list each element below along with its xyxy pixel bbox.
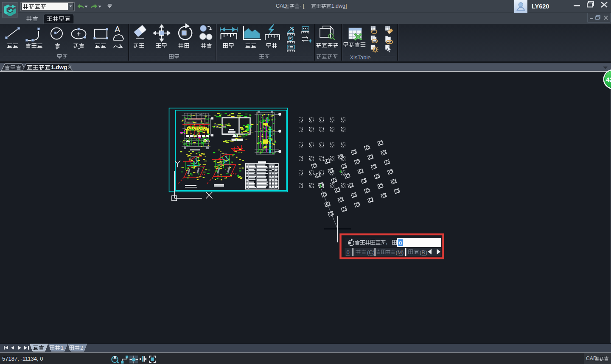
svg-text:57187, -11134, 0: 57187, -11134, 0 xyxy=(2,356,43,362)
svg-text:1.dwg]: 1.dwg] xyxy=(331,3,347,9)
svg-text:A: A xyxy=(115,25,121,34)
svg-text:,: , xyxy=(386,239,387,245)
svg-text:2: 2 xyxy=(80,345,83,351)
svg-text:42: 42 xyxy=(606,76,611,83)
svg-text:(C): (C) xyxy=(367,249,375,256)
svg-text:- [: - [ xyxy=(300,3,305,9)
svg-text:LY620: LY620 xyxy=(532,3,549,10)
svg-text:(M): (M) xyxy=(396,250,404,256)
svg-text:1: 1 xyxy=(61,345,64,351)
svg-text:0: 0 xyxy=(399,240,402,246)
svg-text:1.dwg: 1.dwg xyxy=(51,64,67,70)
svg-text:0: 0 xyxy=(347,249,350,256)
svg-text:(R): (R) xyxy=(420,249,427,256)
svg-text:XlsTable: XlsTable xyxy=(350,54,370,61)
